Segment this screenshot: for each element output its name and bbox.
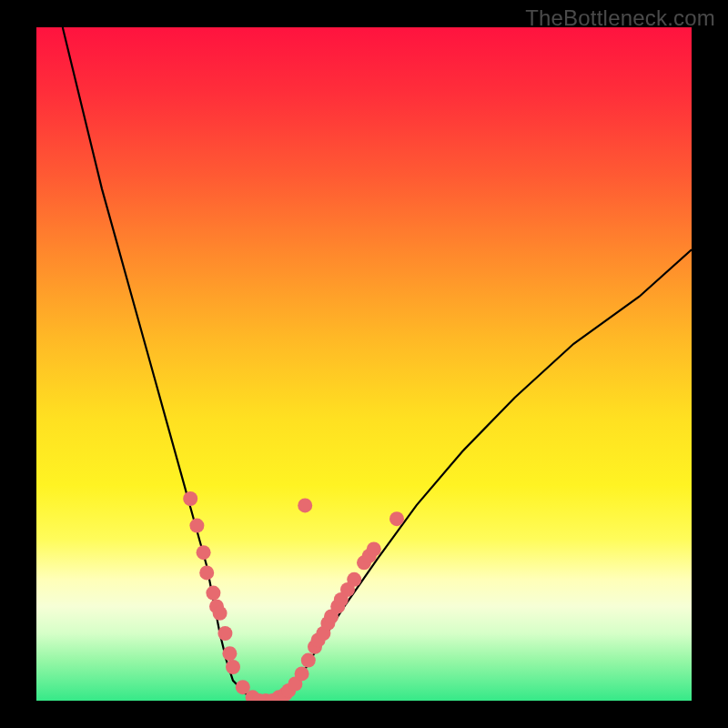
bottleneck-curve <box>63 27 692 701</box>
marker-point <box>301 653 316 668</box>
marker-point <box>295 666 309 681</box>
marker-point <box>367 542 381 557</box>
marker-point <box>298 498 312 512</box>
marker-point <box>389 511 404 526</box>
marker-point <box>347 572 361 587</box>
marker-point <box>226 660 240 674</box>
marker-point <box>213 606 228 621</box>
marker-point <box>217 626 232 641</box>
marker-point <box>199 565 214 580</box>
marker-point <box>206 586 220 601</box>
marker-point <box>197 545 211 560</box>
marker-point <box>189 519 204 533</box>
marker-point <box>222 646 237 661</box>
chart-svg <box>36 27 692 701</box>
highlighted-points <box>183 491 404 701</box>
plot-area <box>36 27 692 701</box>
chart-stage: TheBottleneck.com <box>0 0 728 728</box>
marker-point <box>183 491 197 506</box>
